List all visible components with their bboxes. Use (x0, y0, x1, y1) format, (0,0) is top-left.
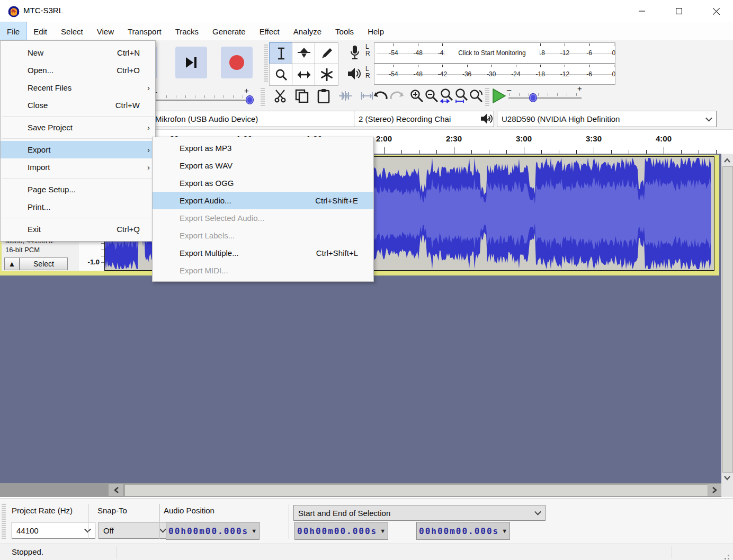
menu-item-new[interactable]: NewCtrl+N (1, 44, 155, 61)
zoom-toggle-button[interactable] (468, 88, 484, 104)
menu-generate[interactable]: Generate (205, 22, 253, 40)
volume-slider-thumb[interactable] (246, 95, 254, 104)
volume-slider-track[interactable] (156, 100, 251, 101)
menu-view[interactable]: View (90, 22, 121, 40)
cut-button[interactable] (272, 88, 288, 104)
menu-help[interactable]: Help (361, 22, 391, 40)
menu-item-export-midi[interactable]: Export MIDI... (153, 262, 373, 279)
menu-item-export-audio[interactable]: Export Audio...Ctrl+Shift+E (153, 192, 373, 209)
project-rate-label: Project Rate (Hz) (12, 506, 73, 515)
recording-device-dropdown[interactable]: Mikrofon (USB Audio Device) (150, 111, 371, 127)
vertical-scroll-thumb[interactable] (722, 166, 733, 473)
project-rate-dropdown[interactable]: 44100 (12, 522, 95, 539)
ruler-tick (594, 147, 594, 154)
scroll-down-button[interactable] (721, 473, 733, 483)
menu-transport[interactable]: Transport (121, 22, 168, 40)
menu-effect[interactable]: Effect (253, 22, 287, 40)
toolbar-grip[interactable] (264, 43, 268, 82)
menu-edit[interactable]: Edit (26, 22, 54, 40)
multi-tool-button[interactable] (315, 64, 338, 86)
resize-grip[interactable] (728, 555, 729, 556)
zoom-out-button[interactable] (424, 88, 440, 104)
horizontal-scrollbar[interactable] (0, 483, 721, 497)
trim-audio-button[interactable] (337, 88, 353, 104)
fit-selection-button[interactable] (439, 88, 454, 104)
meter-scale-label: -48 (409, 70, 427, 78)
record-button[interactable] (221, 47, 253, 78)
horizontal-scroll-thumb[interactable] (124, 484, 708, 496)
fit-project-button[interactable] (453, 88, 469, 104)
playback-meter[interactable]: -54-48-42-36-30-24-18-12-60 (374, 64, 615, 85)
skip-to-end-icon (184, 56, 198, 69)
maximize-button[interactable] (663, 0, 695, 22)
menu-analyze[interactable]: Analyze (287, 22, 328, 40)
menu-item-exit[interactable]: ExitCtrl+Q (1, 220, 155, 238)
menu-item-print[interactable]: Print... (1, 198, 155, 216)
close-button[interactable] (700, 0, 732, 22)
selection-tool-button[interactable] (269, 42, 293, 65)
time-shift-tool-button[interactable] (292, 64, 316, 86)
menu-item-export-selected-audio[interactable]: Export Selected Audio... (153, 209, 373, 227)
selection-end-field[interactable]: 00h00m00.000s▼ (416, 522, 510, 540)
toolbar-grip[interactable] (261, 87, 265, 106)
menu-separator (2, 138, 154, 139)
menu-item-import[interactable]: Import› (1, 158, 155, 176)
divider (117, 546, 117, 558)
play-at-speed-button[interactable] (490, 87, 508, 105)
menu-item-export[interactable]: Export› (1, 141, 155, 158)
menu-tracks[interactable]: Tracks (168, 22, 205, 40)
menu-file[interactable]: File (0, 22, 26, 40)
menu-separator (2, 116, 154, 117)
draw-tool-button[interactable] (315, 42, 338, 65)
zoom-in-button[interactable] (409, 88, 425, 104)
track-select-button[interactable]: Select (20, 257, 68, 270)
selection-start-field[interactable]: 00h00m00.000s▼ (294, 522, 388, 540)
recording-channels-dropdown[interactable]: 2 (Stereo) Recording Chai (354, 111, 494, 127)
scroll-left-button[interactable] (109, 484, 123, 496)
meter-monitor-text[interactable]: Click to Start Monitoring (444, 49, 540, 57)
zoom-tool-button[interactable] (269, 64, 293, 86)
meter-tick (589, 43, 590, 46)
minimize-button[interactable] (626, 0, 658, 22)
menu-tools[interactable]: Tools (328, 22, 361, 40)
menu-item-export-as-ogg[interactable]: Export as OGG (153, 174, 373, 192)
undo-button[interactable] (373, 88, 389, 104)
audio-position-field[interactable]: 00h00m00.000s▼ (166, 522, 260, 540)
speed-slider-thumb[interactable] (529, 93, 537, 102)
ruler-tick (471, 150, 472, 154)
menu-item-export-multiple[interactable]: Export Multiple...Ctrl+Shift+L (153, 244, 373, 262)
speed-slider-track[interactable] (508, 97, 582, 99)
recording-meter[interactable]: -54-48-42-18-12-60Click to Start Monitor… (374, 42, 615, 64)
menu-item-recent-files[interactable]: Recent Files› (1, 79, 155, 96)
paste-button[interactable] (316, 88, 332, 104)
menu-item-open[interactable]: Open...Ctrl+O (1, 61, 155, 79)
submenu-arrow-icon: › (147, 123, 150, 132)
record-icon (229, 55, 245, 70)
menu-item-export-as-mp3[interactable]: Export as MP3 (153, 139, 373, 157)
menu-item-save-project[interactable]: Save Project› (1, 119, 155, 136)
menu-item-page-setup[interactable]: Page Setup... (1, 181, 155, 198)
meter-tick (516, 65, 516, 67)
menu-item-export-as-wav[interactable]: Export as WAV (153, 157, 373, 174)
toolbar-grip[interactable] (2, 503, 6, 539)
toolbar-grip[interactable] (485, 87, 489, 106)
playback-device-dropdown[interactable]: U28D590 (NVIDIA High Definition (497, 111, 717, 127)
vertical-scrollbar[interactable] (721, 154, 733, 497)
skip-to-end-button[interactable] (175, 47, 207, 78)
meter-tick (589, 65, 590, 67)
redo-button[interactable] (389, 88, 405, 104)
menu-item-close[interactable]: CloseCtrl+W (1, 96, 155, 114)
scroll-up-button[interactable] (721, 155, 733, 165)
title-bar: MTC-S3RL (0, 0, 733, 22)
selection-mode-dropdown[interactable]: Start and End of Selection (293, 505, 546, 521)
playback-meter-speaker-icon[interactable] (345, 65, 364, 83)
window-title: MTC-S3RL (23, 6, 63, 15)
copy-button[interactable] (294, 88, 310, 104)
menu-item-export-labels[interactable]: Export Labels... (153, 227, 373, 244)
menu-select[interactable]: Select (54, 22, 90, 40)
undo-icon (373, 91, 388, 101)
track-collapse-button[interactable]: ▲ (4, 257, 20, 270)
envelope-tool-button[interactable] (292, 42, 316, 65)
scroll-right-button[interactable] (708, 484, 721, 496)
recording-meter-mic-icon[interactable] (346, 43, 364, 63)
